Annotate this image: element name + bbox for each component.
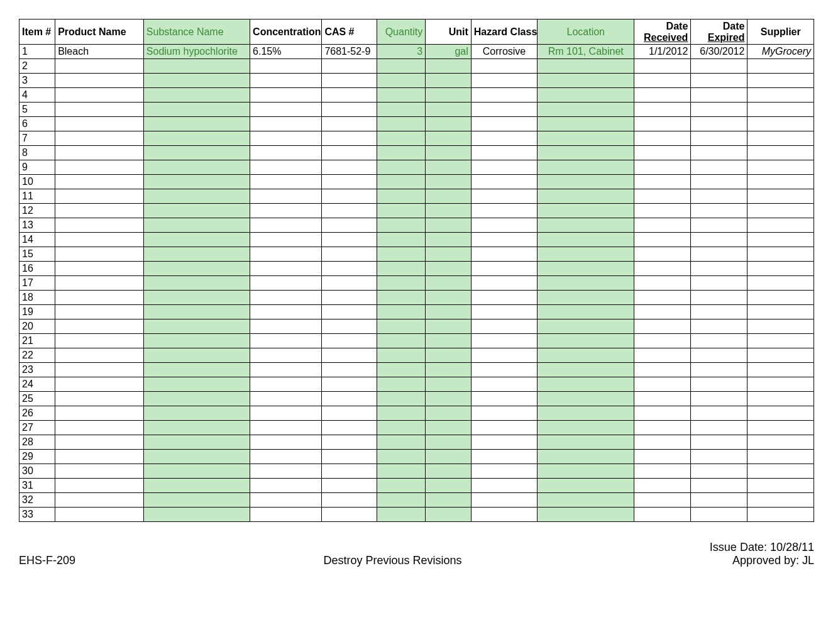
cell[interactable] [538, 421, 634, 435]
cell[interactable] [426, 233, 472, 247]
cell[interactable] [143, 464, 250, 479]
cell[interactable] [322, 74, 377, 88]
cell[interactable] [250, 204, 322, 218]
cell[interactable] [538, 493, 634, 508]
cell[interactable]: Corrosive [471, 45, 538, 59]
cell[interactable] [471, 377, 538, 392]
cell[interactable]: 9 [19, 160, 55, 175]
cell[interactable] [426, 103, 472, 117]
cell[interactable] [691, 493, 747, 508]
cell[interactable] [250, 421, 322, 435]
cell[interactable] [143, 450, 250, 464]
cell[interactable] [634, 276, 691, 291]
cell[interactable] [471, 392, 538, 406]
cell[interactable] [471, 59, 538, 74]
cell[interactable] [747, 117, 814, 131]
cell[interactable] [143, 175, 250, 189]
cell[interactable]: 10 [19, 175, 55, 189]
cell[interactable] [377, 131, 426, 146]
cell[interactable] [55, 291, 144, 305]
cell[interactable] [377, 204, 426, 218]
cell[interactable] [322, 421, 377, 435]
cell[interactable] [143, 334, 250, 348]
cell[interactable] [143, 363, 250, 377]
cell[interactable] [377, 74, 426, 88]
cell[interactable] [538, 160, 634, 175]
cell[interactable] [747, 334, 814, 348]
cell[interactable]: 16 [19, 262, 55, 276]
cell[interactable] [538, 363, 634, 377]
cell[interactable] [143, 319, 250, 334]
cell[interactable]: 6.15% [250, 45, 322, 59]
cell[interactable] [538, 319, 634, 334]
cell[interactable]: 14 [19, 233, 55, 247]
cell[interactable] [426, 160, 472, 175]
cell[interactable] [250, 363, 322, 377]
cell[interactable] [691, 262, 747, 276]
cell[interactable] [377, 175, 426, 189]
cell[interactable] [55, 305, 144, 319]
cell[interactable] [634, 262, 691, 276]
cell[interactable] [538, 262, 634, 276]
cell[interactable] [55, 450, 144, 464]
cell[interactable] [426, 291, 472, 305]
cell[interactable] [377, 247, 426, 262]
cell[interactable] [426, 218, 472, 233]
cell[interactable] [426, 435, 472, 450]
cell[interactable] [250, 305, 322, 319]
cell[interactable] [250, 131, 322, 146]
cell[interactable]: 7681-52-9 [322, 45, 377, 59]
cell[interactable] [538, 103, 634, 117]
cell[interactable] [322, 117, 377, 131]
cell[interactable] [377, 464, 426, 479]
cell[interactable] [55, 392, 144, 406]
cell[interactable] [250, 450, 322, 464]
cell[interactable] [691, 103, 747, 117]
cell[interactable] [250, 334, 322, 348]
cell[interactable] [250, 406, 322, 421]
cell[interactable] [747, 479, 814, 493]
cell[interactable] [426, 421, 472, 435]
cell[interactable] [55, 74, 144, 88]
cell[interactable] [471, 189, 538, 204]
cell[interactable] [471, 117, 538, 131]
cell[interactable] [377, 189, 426, 204]
cell[interactable] [634, 74, 691, 88]
cell[interactable]: 30 [19, 464, 55, 479]
cell[interactable]: 7 [19, 131, 55, 146]
cell[interactable] [634, 493, 691, 508]
cell[interactable] [322, 175, 377, 189]
cell[interactable] [426, 363, 472, 377]
cell[interactable] [426, 450, 472, 464]
cell[interactable] [322, 160, 377, 175]
cell[interactable]: Bleach [55, 45, 144, 59]
cell[interactable] [747, 435, 814, 450]
cell[interactable] [377, 117, 426, 131]
cell[interactable] [471, 262, 538, 276]
cell[interactable] [634, 348, 691, 363]
cell[interactable] [55, 276, 144, 291]
cell[interactable]: 8 [19, 146, 55, 160]
cell[interactable]: 31 [19, 479, 55, 493]
cell[interactable] [634, 146, 691, 160]
cell[interactable] [143, 218, 250, 233]
cell[interactable] [538, 479, 634, 493]
cell[interactable] [691, 421, 747, 435]
cell[interactable] [426, 406, 472, 421]
cell[interactable] [55, 59, 144, 74]
cell[interactable] [426, 59, 472, 74]
cell[interactable] [691, 334, 747, 348]
cell[interactable] [538, 131, 634, 146]
cell[interactable] [322, 204, 377, 218]
cell[interactable] [634, 233, 691, 247]
cell[interactable] [471, 160, 538, 175]
cell[interactable] [250, 377, 322, 392]
cell[interactable] [747, 233, 814, 247]
cell[interactable] [634, 218, 691, 233]
cell[interactable] [250, 146, 322, 160]
cell[interactable] [143, 247, 250, 262]
cell[interactable] [471, 204, 538, 218]
cell[interactable] [538, 377, 634, 392]
cell[interactable] [747, 175, 814, 189]
cell[interactable] [377, 262, 426, 276]
